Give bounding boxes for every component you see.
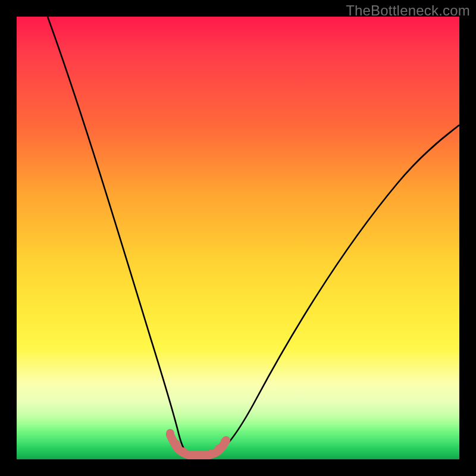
chart-plot-area: [17, 17, 459, 459]
marker-dot: [166, 429, 174, 437]
marker-dot: [189, 451, 197, 459]
left-curve: [48, 17, 190, 455]
marker-dot: [215, 444, 223, 453]
watermark-text: TheBottleneck.com: [346, 2, 470, 19]
marker-dot: [179, 447, 187, 456]
chart-frame: TheBottleneck.com: [0, 0, 476, 476]
right-curve: [215, 125, 459, 455]
marker-dot: [172, 440, 180, 448]
marker-dot: [198, 451, 206, 459]
marker-dot: [207, 449, 215, 458]
marker-dot: [221, 437, 229, 446]
chart-svg: [17, 17, 459, 459]
